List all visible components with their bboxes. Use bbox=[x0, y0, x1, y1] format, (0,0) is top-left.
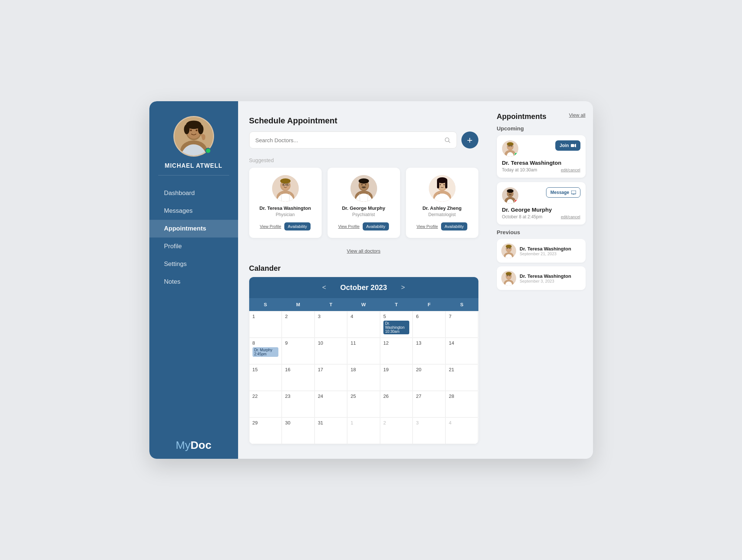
calendar-title: Calander bbox=[249, 264, 478, 273]
calendar-header: < October 2023 > bbox=[249, 277, 478, 298]
view-profile-ashley[interactable]: View Profile bbox=[417, 224, 438, 229]
svg-point-8 bbox=[198, 124, 203, 134]
cal-cell-2-3[interactable]: 18 bbox=[347, 364, 380, 391]
cal-cell-4-6[interactable]: 4 bbox=[445, 417, 478, 444]
cal-cell-1-2[interactable]: 10 bbox=[315, 338, 348, 364]
add-appointment-button[interactable]: + bbox=[461, 132, 478, 148]
sidebar-item-notes[interactable]: Notes bbox=[149, 273, 238, 291]
edit-cancel-george[interactable]: edit/cancel bbox=[561, 215, 580, 219]
doctor-avatar-ashley bbox=[429, 175, 455, 202]
cal-date-number: 13 bbox=[416, 340, 442, 346]
appt-card-header-teresa: Join bbox=[502, 140, 580, 157]
cal-cell-1-5[interactable]: 13 bbox=[413, 338, 445, 364]
doctor-specialty-teresa: Physician bbox=[276, 212, 295, 217]
calendar-month-year: October 2023 bbox=[340, 283, 387, 292]
svg-point-74 bbox=[509, 275, 510, 276]
view-all-doctors-link[interactable]: View all doctors bbox=[249, 248, 478, 254]
sidebar-item-profile[interactable]: Profile bbox=[149, 238, 238, 255]
doctor-actions-ashley: View Profile Availability bbox=[417, 222, 468, 231]
cal-cell-2-0[interactable]: 15 bbox=[249, 364, 282, 391]
cal-cell-3-5[interactable]: 27 bbox=[413, 391, 445, 417]
cal-cell-2-5[interactable]: 20 bbox=[413, 364, 445, 391]
view-all-appointments-link[interactable]: View all bbox=[569, 112, 586, 118]
calendar-prev-button[interactable]: < bbox=[319, 282, 329, 293]
cal-cell-1-0[interactable]: 8Dr. Murphy 2:45pm bbox=[249, 338, 282, 364]
cal-cell-3-6[interactable]: 28 bbox=[445, 391, 478, 417]
cal-cell-3-4[interactable]: 26 bbox=[380, 391, 413, 417]
cal-date-number: 31 bbox=[318, 420, 344, 426]
prev-avatar-1 bbox=[501, 243, 516, 258]
cal-cell-2-6[interactable]: 21 bbox=[445, 364, 478, 391]
svg-point-34 bbox=[443, 184, 444, 185]
cal-cell-0-3[interactable]: 4 bbox=[347, 311, 380, 338]
app-container: MICHAEL ATWELL Dashboard Messages Appoin… bbox=[149, 101, 593, 459]
cal-cell-0-0[interactable]: 1 bbox=[249, 311, 282, 338]
cal-cell-0-4[interactable]: 5Dr. Washington 10:30am bbox=[380, 311, 413, 338]
cal-cell-1-3[interactable]: 11 bbox=[347, 338, 380, 364]
cal-date-number: 4 bbox=[449, 420, 475, 426]
doctor-actions-george: View Profile Availability bbox=[338, 222, 389, 231]
cal-cell-4-1[interactable]: 30 bbox=[282, 417, 315, 444]
availability-ashley[interactable]: Availability bbox=[441, 222, 468, 231]
calendar-grid: 12345Dr. Washington 10:30am678Dr. Murphy… bbox=[249, 311, 478, 444]
message-button-george[interactable]: Message bbox=[546, 187, 580, 198]
doctor-name-ashley: Dr. Ashley Zheng bbox=[423, 205, 462, 211]
cal-cell-2-1[interactable]: 16 bbox=[282, 364, 315, 391]
sidebar-item-settings[interactable]: Settings bbox=[149, 255, 238, 273]
view-profile-george[interactable]: View Profile bbox=[338, 224, 360, 229]
sidebar-divider bbox=[158, 175, 229, 175]
cal-cell-3-3[interactable]: 25 bbox=[347, 391, 380, 417]
cal-cell-2-2[interactable]: 17 bbox=[315, 364, 348, 391]
cal-cell-0-5[interactable]: 6 bbox=[413, 311, 445, 338]
cal-cell-4-2[interactable]: 31 bbox=[315, 417, 348, 444]
cal-date-number: 24 bbox=[318, 393, 344, 399]
availability-george[interactable]: Availability bbox=[363, 222, 389, 231]
cal-cell-3-1[interactable]: 23 bbox=[282, 391, 315, 417]
svg-point-27 bbox=[359, 178, 369, 184]
appt-avatar-teresa bbox=[502, 140, 518, 157]
search-input[interactable] bbox=[255, 137, 444, 143]
join-button-teresa[interactable]: Join bbox=[555, 140, 580, 151]
cal-cell-0-6[interactable]: 7 bbox=[445, 311, 478, 338]
cal-cell-2-4[interactable]: 19 bbox=[380, 364, 413, 391]
cal-cell-1-4[interactable]: 12 bbox=[380, 338, 413, 364]
appointments-panel-title: Appointments bbox=[497, 112, 546, 121]
cal-cell-1-6[interactable]: 14 bbox=[445, 338, 478, 364]
availability-teresa[interactable]: Availability bbox=[284, 222, 311, 231]
cal-cell-0-1[interactable]: 2 bbox=[282, 311, 315, 338]
cal-date-number: 1 bbox=[253, 314, 279, 319]
cal-date-number: 18 bbox=[350, 367, 377, 372]
cal-cell-4-3[interactable]: 1 bbox=[347, 417, 380, 444]
appt-time-row-teresa: Today at 10:30am edit/cancel bbox=[502, 167, 580, 173]
calendar-next-button[interactable]: > bbox=[398, 282, 408, 293]
main-content: Schedule Appointment + Suggested bbox=[238, 101, 489, 459]
search-box[interactable] bbox=[249, 132, 457, 148]
cal-cell-0-2[interactable]: 3 bbox=[315, 311, 348, 338]
svg-point-64 bbox=[507, 248, 508, 249]
cal-date-number: 16 bbox=[285, 367, 311, 372]
cal-date-number: 27 bbox=[416, 393, 442, 399]
sidebar-item-messages[interactable]: Messages bbox=[149, 202, 238, 220]
cal-cell-4-5[interactable]: 3 bbox=[413, 417, 445, 444]
cal-date-number: 3 bbox=[416, 420, 442, 426]
prev-date-2: September 3, 2023 bbox=[520, 279, 571, 283]
cal-cell-3-2[interactable]: 24 bbox=[315, 391, 348, 417]
message-icon bbox=[571, 191, 576, 195]
calendar-days-header: S M T W T F S bbox=[249, 298, 478, 311]
cal-event[interactable]: Dr. Murphy 2:45pm bbox=[253, 347, 279, 357]
cal-cell-1-1[interactable]: 9 bbox=[282, 338, 315, 364]
doctor-card-ashley: Dr. Ashley Zheng Dermatologist View Prof… bbox=[406, 168, 478, 238]
cal-date-number: 12 bbox=[383, 340, 410, 346]
view-profile-teresa[interactable]: View Profile bbox=[260, 224, 281, 229]
doctor-avatar-george bbox=[350, 175, 377, 202]
svg-rect-37 bbox=[445, 180, 447, 188]
svg-point-33 bbox=[440, 184, 441, 185]
cal-event[interactable]: Dr. Washington 10:30am bbox=[383, 321, 410, 334]
sidebar-item-appointments[interactable]: Appointments bbox=[149, 220, 238, 238]
sidebar-item-dashboard[interactable]: Dashboard bbox=[149, 184, 238, 202]
cal-cell-4-0[interactable]: 29 bbox=[249, 417, 282, 444]
svg-point-7 bbox=[184, 124, 189, 134]
cal-cell-4-4[interactable]: 2 bbox=[380, 417, 413, 444]
cal-cell-3-0[interactable]: 22 bbox=[249, 391, 282, 417]
edit-cancel-teresa[interactable]: edit/cancel bbox=[561, 168, 580, 172]
